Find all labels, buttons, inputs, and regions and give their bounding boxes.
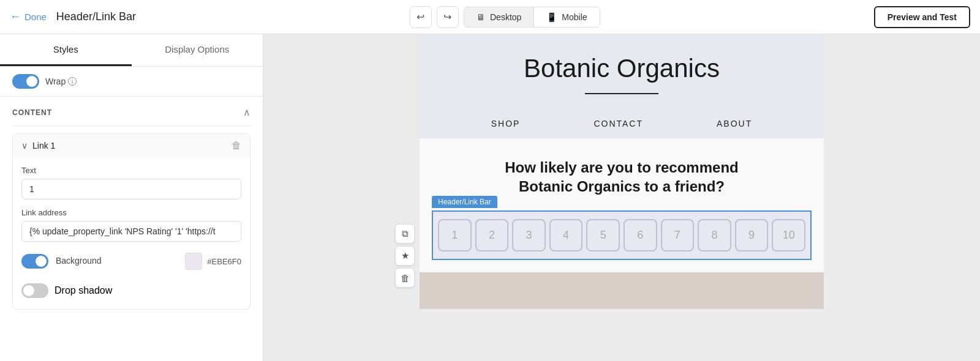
left-panel: Styles Display Options Wrap i CONTENT ∧ …	[0, 34, 263, 361]
wrap-label: Wrap i	[45, 76, 77, 86]
nps-btn-2[interactable]: 2	[475, 219, 509, 251]
wrap-section: Wrap i	[0, 67, 263, 97]
wrap-info-icon[interactable]: i	[68, 77, 77, 86]
tab-display-options[interactable]: Display Options	[132, 34, 263, 66]
background-label: Background	[21, 254, 102, 269]
page-title: Header/Link Bar	[56, 10, 136, 23]
background-toggle[interactable]	[21, 254, 48, 269]
color-swatch-wrap: #EBE6F0	[185, 253, 241, 270]
delete-link-icon[interactable]: 🗑	[232, 140, 241, 151]
nps-btn-4[interactable]: 4	[549, 219, 583, 251]
bottom-image-strip	[420, 272, 824, 309]
nav-item-about[interactable]: ABOUT	[680, 109, 789, 138]
nps-btn-8[interactable]: 8	[698, 219, 731, 251]
nps-btn-9[interactable]: 9	[735, 219, 769, 251]
link-header-left: ∨ Link 1	[21, 141, 55, 151]
nps-btn-10[interactable]: 10	[772, 219, 805, 251]
site-divider	[585, 93, 658, 94]
color-hex-value: #EBE6F0	[207, 257, 241, 266]
link-fields: Text Link address Background	[13, 157, 250, 309]
undo-button[interactable]: ↩	[410, 6, 432, 28]
site-nav: SHOP CONTACT ABOUT	[420, 109, 824, 138]
text-field-group: Text	[21, 166, 241, 199]
nps-btn-6[interactable]: 6	[624, 219, 657, 251]
color-swatch[interactable]	[185, 253, 202, 270]
survey-question: How likely are you to recommendBotanic O…	[432, 158, 812, 196]
nav-item-shop[interactable]: SHOP	[454, 109, 557, 138]
floating-action-bar: ⧉ ★ 🗑	[395, 224, 415, 288]
survey-section: How likely are you to recommendBotanic O…	[420, 138, 824, 272]
section-header: CONTENT ∧	[12, 97, 251, 126]
link-label: Link 1	[32, 141, 55, 151]
delete-button[interactable]: 🗑	[395, 268, 415, 288]
desktop-icon: 🖥	[477, 12, 485, 22]
mobile-icon: 📱	[546, 12, 557, 22]
redo-icon: ↪	[443, 11, 451, 23]
text-input[interactable]	[21, 179, 241, 199]
drop-shadow-row: Drop shadow	[21, 281, 241, 300]
preview-container: ⧉ ★ 🗑 Botanic Organics SHOP CONTACT ABOU…	[263, 34, 980, 361]
preview-wrapper: ⧉ ★ 🗑 Botanic Organics SHOP CONTACT ABOU…	[420, 34, 824, 309]
undo-icon: ↩	[417, 11, 424, 23]
header-link-bar-container: Header/Link Bar 1 2 3 4 5 6 7 8 9	[432, 210, 812, 260]
nps-btn-3[interactable]: 3	[512, 219, 546, 251]
panel-tabs: Styles Display Options	[0, 34, 263, 67]
section-title: CONTENT	[12, 108, 52, 117]
back-arrow-icon: ←	[10, 10, 21, 23]
text-label: Text	[21, 166, 241, 175]
content-section: CONTENT ∧ ∨ Link 1 🗑 Text	[0, 97, 263, 317]
desktop-view-button[interactable]: 🖥 Desktop	[464, 7, 533, 27]
favorite-button[interactable]: ★	[395, 246, 415, 266]
main-layout: Styles Display Options Wrap i CONTENT ∧ …	[0, 34, 980, 361]
toolbar: ← Done Header/Link Bar ↩ ↪ 🖥 Desktop 📱 M…	[0, 0, 980, 34]
nps-btn-5[interactable]: 5	[586, 219, 620, 251]
collapse-icon[interactable]: ∧	[243, 106, 251, 118]
link-address-field-group: Link address	[21, 208, 241, 242]
preview-frame: Botanic Organics SHOP CONTACT ABOUT How …	[420, 34, 824, 309]
header-link-bar[interactable]: 1 2 3 4 5 6 7 8 9 10	[432, 210, 812, 260]
copy-button[interactable]: ⧉	[395, 224, 415, 244]
toolbar-left: ← Done Header/Link Bar	[10, 10, 136, 23]
background-row: Background #EBE6F0	[21, 250, 241, 272]
site-title: Botanic Organics	[420, 54, 824, 83]
drop-shadow-toggle[interactable]	[21, 283, 48, 298]
chevron-down-icon: ∨	[21, 141, 28, 151]
link-header[interactable]: ∨ Link 1 🗑	[13, 134, 250, 157]
header-link-bar-label: Header/Link Bar	[432, 196, 497, 208]
preview-button[interactable]: Preview and Test	[874, 6, 970, 28]
nps-btn-7[interactable]: 7	[661, 219, 695, 251]
toolbar-center: ↩ ↪ 🖥 Desktop 📱 Mobile	[410, 6, 600, 28]
nav-item-contact[interactable]: CONTACT	[557, 109, 680, 138]
redo-button[interactable]: ↪	[437, 6, 459, 28]
link-address-input[interactable]	[21, 221, 241, 242]
site-header: Botanic Organics SHOP CONTACT ABOUT	[420, 34, 824, 138]
drop-shadow-label: Drop shadow	[55, 285, 112, 296]
back-label: Done	[24, 12, 47, 22]
back-button[interactable]: ← Done	[10, 10, 47, 23]
wrap-toggle[interactable]	[12, 74, 39, 89]
link-address-label: Link address	[21, 208, 241, 217]
view-toggle: 🖥 Desktop 📱 Mobile	[464, 7, 600, 28]
mobile-label: Mobile	[562, 12, 587, 22]
preview-area: ⧉ ★ 🗑 Botanic Organics SHOP CONTACT ABOU…	[263, 34, 980, 361]
tab-styles[interactable]: Styles	[0, 34, 132, 66]
mobile-view-button[interactable]: 📱 Mobile	[534, 7, 599, 27]
desktop-label: Desktop	[490, 12, 521, 22]
link-item: ∨ Link 1 🗑 Text Link address	[12, 133, 251, 310]
nps-btn-1[interactable]: 1	[438, 219, 472, 251]
